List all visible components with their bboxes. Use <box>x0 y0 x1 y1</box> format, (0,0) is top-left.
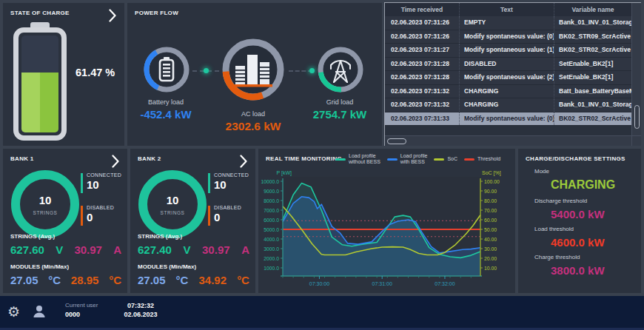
event-text: DISABLED <box>459 58 554 71</box>
current-value: 30.97 <box>202 243 230 256</box>
current-unit: A <box>241 243 249 256</box>
horizontal-scrollbar-thumb[interactable] <box>387 138 406 144</box>
current-user-value: 0000 <box>65 311 80 318</box>
event-row[interactable]: 02.06.2023 07:31:28 DISABLED SetEnable_B… <box>385 58 631 72</box>
event-time: 02.06.2023 07:31:32 <box>385 98 459 112</box>
disabled-value: 0 <box>87 211 114 223</box>
event-row-selected[interactable]: 02.06.2023 07:31:33 Modify spontaneous v… <box>385 112 631 127</box>
event-row[interactable]: 02.06.2023 07:31:27 Modify spontaneous v… <box>385 44 631 58</box>
battery-fill <box>21 73 58 132</box>
bank2-expand-button[interactable] <box>240 155 248 168</box>
modules-label: MODULES (Min/Max) <box>10 263 69 270</box>
event-row[interactable]: 02.06.2023 07:31:26 EMPTY Bank_01_INV_01… <box>385 16 631 30</box>
current-user-label: Current user <box>65 302 98 309</box>
vertical-scrollbar-thumb[interactable] <box>634 105 640 129</box>
col-header-variable-name: Variable name <box>554 3 631 16</box>
temp-max-value: 34.92 <box>199 274 227 286</box>
disabled-indicator: DISABLED 0 <box>81 205 114 223</box>
battery-body <box>13 27 67 141</box>
legend-swatch <box>387 158 398 161</box>
strings-label: STRINGS <box>160 210 184 215</box>
vertical-scrollbar[interactable] <box>631 3 641 135</box>
event-text: Modify spontaneous value: (0) <box>459 112 554 126</box>
flow-dot <box>204 68 209 73</box>
ac-load-label: AC load <box>209 110 298 118</box>
event-text: Modify spontaneous value: (0) <box>459 30 554 44</box>
event-time: 02.06.2023 07:31:32 <box>385 85 459 98</box>
bank1-panel: BANK 1 10 STRINGS CONNECTED 10 DISABLED … <box>3 149 127 293</box>
svg-text:9000.0: 9000.0 <box>264 189 279 194</box>
svg-text:8000.0: 8000.0 <box>264 198 279 203</box>
legend-label: Load profilewithout BESS <box>349 153 380 166</box>
strings-avg-label: STRINGS (Avg.) <box>138 233 182 240</box>
svg-text:40.00: 40.00 <box>484 237 497 242</box>
current-unit: A <box>113 243 121 256</box>
svg-text:90.00: 90.00 <box>484 189 497 194</box>
soc-expand-button[interactable] <box>109 9 117 22</box>
svg-text:30.00: 30.00 <box>484 246 497 252</box>
grid-load-gauge <box>317 46 364 93</box>
flow-dot <box>309 68 315 73</box>
connected-value: 10 <box>214 178 249 191</box>
connected-label: CONNECTED <box>87 172 121 178</box>
strings-count: 10 <box>167 194 179 206</box>
user-icon[interactable] <box>33 305 46 321</box>
legend-swatch <box>434 158 444 161</box>
event-row[interactable]: 02.06.2023 07:31:32 CHARGING Bank_01_INV… <box>385 98 631 112</box>
event-variable: SetEnable_BK2[1] <box>554 58 631 71</box>
connected-bar <box>81 173 83 193</box>
event-time: 02.06.2023 07:31:28 <box>385 58 459 71</box>
rtm-title: REAL TIME MONITORING <box>266 155 342 162</box>
svg-text:1000.0: 1000.0 <box>264 266 279 271</box>
legend-item-threshold[interactable]: Threshold <box>464 156 500 162</box>
charge-discharge-settings-panel: CHARGE/DISCHARGE SETTINGS Mode CHARGING … <box>518 149 641 293</box>
col-header-text: Text <box>459 3 554 16</box>
chevron-right-icon <box>109 9 117 22</box>
bank1-expand-button[interactable] <box>112 155 120 168</box>
legend-item-with-bess[interactable]: Load profilewith BESS <box>387 153 428 166</box>
voltage-unit: V <box>183 243 190 256</box>
temp-min-unit: °C <box>48 274 61 286</box>
event-text: Modify spontaneous value: (1) <box>459 44 554 57</box>
strings-avg-values: 627.40 V 30.97 A <box>138 243 249 256</box>
event-text: Modify spontaneous value: (2) <box>459 71 554 84</box>
svg-text:5000.0: 5000.0 <box>264 227 279 232</box>
svg-text:07:30:00: 07:30:00 <box>309 281 329 286</box>
svg-text:20.00: 20.00 <box>484 256 497 261</box>
events-table-panel: Time received Text Variable name 02.06.2… <box>384 2 641 146</box>
svg-text:80.00: 80.00 <box>484 198 497 203</box>
disabled-value: 0 <box>214 211 241 223</box>
power-flow-title: POWER FLOW <box>135 10 178 16</box>
event-row[interactable]: 02.06.2023 07:31:28 Modify spontaneous v… <box>385 71 631 85</box>
svg-text:10000.0: 10000.0 <box>261 179 279 184</box>
ac-load-gauge <box>221 37 286 102</box>
svg-text:7000.0: 7000.0 <box>264 208 279 213</box>
strings-donut-text: 10 STRINGS <box>11 170 79 238</box>
grid-load-value: 2754.7 kW <box>288 108 392 121</box>
taskbar: ⚙ Current user 0000 07:32:32 02.06.2023 … <box>0 296 644 330</box>
temp-max-unit: °C <box>237 274 249 286</box>
modules-values: 27.05 °C 28.95 °C <box>10 274 121 286</box>
legend-item-soc[interactable]: SoC <box>434 156 457 162</box>
events-table-header: Time received Text Variable name <box>385 3 641 16</box>
discharge-threshold-label: Discharge threshold <box>534 198 587 204</box>
connected-indicator: CONNECTED 10 <box>81 172 121 191</box>
mode-label: Mode <box>534 168 549 175</box>
legend-item-without-bess[interactable]: Load profilewithout BESS <box>335 153 380 166</box>
gear-icon[interactable]: ⚙ <box>7 303 20 320</box>
svg-text:3000.0: 3000.0 <box>264 246 279 252</box>
grid-load-label: Grid load <box>295 98 384 106</box>
col-header-time-received: Time received <box>385 3 459 16</box>
event-row[interactable]: 02.06.2023 07:31:26 Modify spontaneous v… <box>385 30 631 44</box>
strings-avg-values: 627.60 V 30.97 A <box>10 243 121 256</box>
event-row[interactable]: 02.06.2023 07:31:32 CHARGING Batt_base_B… <box>385 85 631 99</box>
legend-label: SoC <box>447 156 457 162</box>
legend-label: Threshold <box>477 156 500 162</box>
svg-text:70.00: 70.00 <box>484 208 497 213</box>
modules-label: MODULES (Min/Max) <box>138 263 196 270</box>
horizontal-scrollbar[interactable] <box>385 135 631 146</box>
chevron-right-icon <box>112 155 120 168</box>
legend-label: Load profilewith BESS <box>400 153 428 166</box>
event-variable: BK02_STR02_ScrActive <box>554 112 631 126</box>
events-table-body: 02.06.2023 07:31:26 EMPTY Bank_01_INV_01… <box>385 16 631 126</box>
